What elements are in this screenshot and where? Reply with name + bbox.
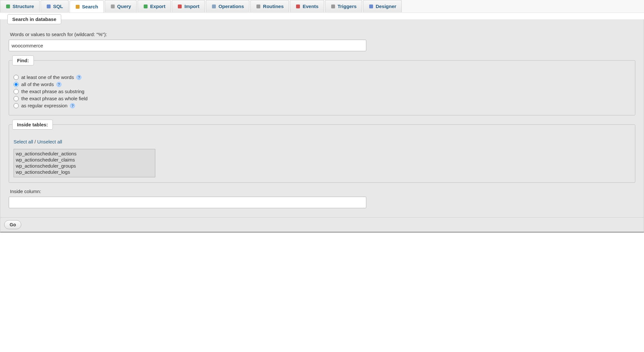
triggers-icon bbox=[331, 4, 336, 9]
panel-legend: Search in database bbox=[7, 14, 61, 24]
tab-search[interactable]: Search bbox=[70, 0, 104, 13]
svg-rect-1 bbox=[47, 5, 51, 8]
svg-rect-3 bbox=[111, 5, 115, 8]
words-label: Words or values to search for (wildcard:… bbox=[10, 32, 635, 37]
find-option[interactable]: as regular expression? bbox=[14, 103, 630, 108]
tab-label: Export bbox=[150, 4, 166, 9]
inside-column-input[interactable] bbox=[9, 197, 366, 208]
tab-label: Events bbox=[303, 4, 318, 9]
find-legend: Find: bbox=[12, 55, 34, 65]
operations-icon bbox=[211, 4, 216, 9]
routines-icon bbox=[256, 4, 261, 9]
inside-tables-panel: Inside tables: Select all / Unselect all… bbox=[9, 124, 635, 183]
tab-label: Import bbox=[184, 4, 199, 9]
tab-export[interactable]: Export bbox=[138, 0, 171, 12]
svg-rect-0 bbox=[6, 5, 10, 8]
select-all-link[interactable]: Select all bbox=[14, 139, 33, 144]
find-option[interactable]: all of the words? bbox=[14, 82, 630, 87]
find-radio[interactable] bbox=[14, 75, 19, 80]
table-option[interactable]: wp_actionscheduler_claims bbox=[16, 157, 153, 163]
tab-label: SQL bbox=[53, 4, 63, 9]
svg-rect-9 bbox=[331, 5, 335, 8]
events-icon bbox=[295, 4, 301, 9]
tab-triggers[interactable]: Triggers bbox=[325, 0, 362, 12]
find-panel: Find: at least one of the words?all of t… bbox=[9, 60, 635, 115]
tab-events[interactable]: Events bbox=[290, 0, 324, 12]
export-icon bbox=[143, 4, 148, 9]
select-unselect-row: Select all / Unselect all bbox=[14, 139, 630, 144]
tab-import[interactable]: Import bbox=[172, 0, 205, 12]
footer-bar: Go bbox=[0, 217, 644, 232]
find-option-label: as regular expression bbox=[21, 103, 67, 108]
tab-query[interactable]: Query bbox=[105, 0, 137, 12]
search-icon bbox=[75, 4, 80, 9]
import-icon bbox=[177, 4, 182, 9]
tab-label: Query bbox=[117, 4, 131, 9]
inside-tables-legend: Inside tables: bbox=[12, 120, 53, 130]
unselect-all-link[interactable]: Unselect all bbox=[37, 139, 62, 144]
table-option[interactable]: wp_actionscheduler_logs bbox=[16, 169, 153, 175]
sql-icon bbox=[46, 4, 51, 9]
main-content: Search in database Words or values to se… bbox=[0, 19, 644, 233]
svg-rect-4 bbox=[144, 5, 148, 8]
find-option[interactable]: at least one of the words? bbox=[14, 74, 630, 80]
svg-rect-2 bbox=[76, 5, 80, 9]
tab-sql[interactable]: SQL bbox=[41, 0, 69, 12]
find-radio[interactable] bbox=[14, 89, 19, 94]
find-option-label: all of the words bbox=[21, 82, 54, 87]
tab-operations[interactable]: Operations bbox=[206, 0, 249, 12]
query-icon bbox=[110, 4, 115, 9]
find-radio[interactable] bbox=[14, 103, 19, 108]
help-icon[interactable]: ? bbox=[76, 75, 82, 80]
table-option[interactable]: wp_actionscheduler_actions bbox=[16, 151, 153, 157]
inside-column-label: Inside column: bbox=[10, 189, 635, 194]
find-option[interactable]: the exact phrase as whole field bbox=[14, 96, 630, 101]
svg-rect-5 bbox=[178, 5, 182, 8]
find-option[interactable]: the exact phrase as substring bbox=[14, 89, 630, 94]
svg-rect-10 bbox=[369, 5, 373, 8]
tab-label: Designer bbox=[376, 4, 396, 9]
find-option-label: the exact phrase as substring bbox=[21, 89, 84, 94]
search-words-input[interactable] bbox=[9, 40, 366, 51]
table-option[interactable]: wp_actionscheduler_groups bbox=[16, 163, 153, 169]
tab-bar: StructureSQLSearchQueryExportImportOpera… bbox=[0, 0, 644, 13]
tab-label: Routines bbox=[263, 4, 284, 9]
go-button[interactable]: Go bbox=[4, 220, 21, 229]
tab-label: Operations bbox=[218, 4, 244, 9]
tab-structure[interactable]: Structure bbox=[0, 0, 40, 12]
svg-rect-8 bbox=[296, 5, 300, 8]
tab-label: Structure bbox=[13, 4, 34, 9]
svg-rect-6 bbox=[212, 5, 216, 8]
structure-icon bbox=[5, 4, 11, 9]
tab-routines[interactable]: Routines bbox=[250, 0, 289, 12]
tab-designer[interactable]: Designer bbox=[363, 0, 402, 12]
tab-label: Triggers bbox=[338, 4, 357, 9]
svg-rect-7 bbox=[256, 5, 260, 8]
help-icon[interactable]: ? bbox=[70, 103, 75, 108]
help-icon[interactable]: ? bbox=[56, 82, 62, 87]
tab-label: Search bbox=[82, 4, 98, 9]
search-in-database-panel: Search in database Words or values to se… bbox=[4, 19, 640, 213]
find-option-label: the exact phrase as whole field bbox=[21, 96, 88, 101]
designer-icon bbox=[369, 4, 374, 9]
find-option-label: at least one of the words bbox=[21, 74, 74, 80]
find-radio[interactable] bbox=[14, 82, 19, 87]
tables-listbox[interactable]: wp_actionscheduler_actionswp_actionsched… bbox=[14, 149, 155, 177]
find-radio[interactable] bbox=[14, 96, 19, 101]
